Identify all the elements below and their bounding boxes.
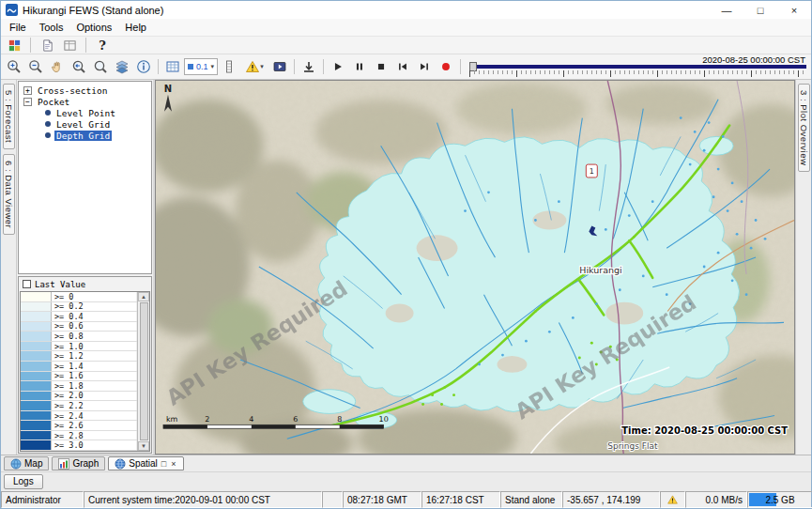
layers-button[interactable] — [112, 56, 132, 77]
pause-button[interactable] — [349, 56, 370, 77]
tab-map[interactable]: Map — [4, 456, 49, 470]
legend-rows: >= 0 >= 0.2 >= 0.4 >= 0.6 >= 0.8 >= 1.0 … — [21, 292, 137, 451]
legend-row[interactable]: >= 2.4 — [21, 411, 137, 422]
play-button[interactable] — [328, 56, 348, 77]
bottom-tab-bar: Map Graph Spatial □ × — [1, 455, 811, 471]
status-spacer — [322, 491, 343, 508]
legend-value: >= 1.2 — [52, 351, 137, 361]
tree-leaf-label[interactable]: Level Point — [54, 108, 117, 118]
time-slider[interactable]: 2020-08-25 00:00:00 CST — [469, 54, 808, 79]
legend-row[interactable]: >= 2.6 — [21, 421, 137, 431]
record-button[interactable] — [436, 56, 456, 77]
legend-swatch — [21, 312, 52, 321]
first-frame-button[interactable] — [392, 56, 413, 77]
toolbar-separator — [85, 38, 86, 53]
legend-row[interactable]: >= 2.8 — [21, 431, 137, 441]
logs-button[interactable]: Logs — [4, 474, 43, 489]
zoom-previous-button[interactable] — [69, 56, 89, 77]
legend-swatch — [21, 381, 52, 391]
legend-row[interactable]: >= 1.4 — [21, 362, 137, 372]
tab-plot-overview[interactable]: 3 : Plot Overview — [798, 84, 810, 172]
toolbar-separator — [323, 59, 324, 74]
time-slider-ruler — [469, 70, 806, 77]
thresholds-dropdown-button[interactable]: ▾ — [240, 56, 268, 77]
tab-data-viewer[interactable]: 6 : Data Viewer — [3, 154, 15, 235]
zoom-out-button[interactable] — [25, 56, 46, 77]
scale-legend-button[interactable] — [219, 56, 239, 77]
close-button[interactable]: × — [777, 1, 811, 19]
tree-leaf-level-point[interactable]: Level Point — [19, 107, 151, 118]
legend-row[interactable]: >= 1.2 — [21, 351, 137, 362]
legend-row[interactable]: >= 2.0 — [21, 392, 137, 402]
legend-row[interactable]: >= 0.8 — [21, 332, 137, 342]
scroll-up-icon[interactable]: ▲ — [138, 292, 149, 301]
table-icon[interactable] — [60, 37, 79, 54]
menu-bar: File Tools Options Help — [1, 19, 811, 36]
legend-row[interactable]: >= 1.6 — [21, 372, 137, 382]
pan-button[interactable] — [47, 56, 68, 77]
legend-swatch — [21, 392, 52, 401]
tree-node-label[interactable]: Pocket — [36, 97, 71, 107]
tree-leaf-level-grid[interactable]: Level Grid — [19, 118, 151, 130]
tree-node-label[interactable]: Cross-section — [36, 85, 109, 96]
legend-value: >= 0 — [52, 292, 137, 301]
contour-interval-combo[interactable]: 0.1 ▾ — [184, 58, 218, 75]
tab-spatial[interactable]: Spatial □ × — [108, 456, 183, 470]
layer-dot-icon — [45, 121, 51, 127]
animation-button[interactable] — [269, 56, 290, 77]
main-area: 5 : Forecast 6 : Data Viewer + Cross-sec… — [1, 80, 811, 455]
tree-node-pocket[interactable]: − Pocket — [19, 96, 151, 107]
legend-row[interactable]: >= 1.0 — [21, 342, 137, 352]
menu-options[interactable]: Options — [69, 21, 118, 34]
zoom-in-button[interactable] — [4, 56, 24, 77]
legend-row[interactable]: >= 0.4 — [21, 312, 137, 322]
scroll-down-icon[interactable]: ▼ — [138, 441, 149, 451]
menu-file[interactable]: File — [3, 21, 33, 34]
detach-tab-icon[interactable]: □ — [161, 459, 167, 469]
legend-row[interactable]: >= 3.0 — [21, 440, 137, 451]
export-animation-button[interactable] — [299, 56, 319, 77]
tree-leaf-label[interactable]: Level Grid — [54, 119, 112, 130]
legend-row[interactable]: >= 0.2 — [21, 302, 137, 313]
scale-tick: 4 — [249, 415, 253, 424]
legend-value: >= 2.8 — [52, 431, 137, 440]
maximize-button[interactable]: □ — [743, 1, 777, 19]
tab-forecast[interactable]: 5 : Forecast — [3, 84, 15, 149]
close-tab-icon[interactable]: × — [170, 459, 176, 469]
legend-swatch — [21, 401, 52, 410]
grid-display-button[interactable] — [162, 56, 183, 77]
status-warning[interactable] — [660, 491, 685, 508]
document-icon[interactable] — [38, 37, 56, 54]
status-bar: Administrator Current system time:2020-0… — [1, 491, 811, 508]
expand-icon[interactable]: + — [23, 86, 32, 95]
tab-graph[interactable]: Graph — [52, 456, 105, 470]
tree-leaf-label-selected[interactable]: Depth Grid — [54, 131, 112, 141]
legend-value: >= 1.0 — [52, 342, 137, 351]
menu-help[interactable]: Help — [118, 21, 153, 34]
minimize-button[interactable]: — — [710, 1, 743, 19]
tree-node-cross-section[interactable]: + Cross-section — [19, 85, 151, 96]
info-button[interactable] — [133, 56, 154, 77]
help-button[interactable]: ? — [93, 37, 112, 54]
title-bar[interactable]: Hikurangi FEWS (Stand alone) — □ × — [1, 1, 811, 19]
collapse-icon[interactable]: − — [23, 98, 32, 106]
toolbar-separator — [460, 59, 461, 74]
time-slider-track[interactable] — [469, 65, 806, 69]
scrollbar-thumb[interactable] — [140, 302, 148, 440]
tree-leaf-depth-grid[interactable]: Depth Grid — [19, 130, 151, 141]
menu-tools[interactable]: Tools — [33, 21, 70, 34]
map-view[interactable]: 1 Hikurangi Springs Flat API Key Require… — [155, 80, 795, 455]
status-memory[interactable]: 2.5 GB — [747, 491, 812, 508]
legend-row[interactable]: >= 0.6 — [21, 322, 137, 332]
stop-button[interactable] — [371, 56, 391, 77]
legend-row[interactable]: >= 1.8 — [21, 381, 137, 392]
zoom-extent-button[interactable] — [90, 56, 111, 77]
legend-row[interactable]: >= 2.2 — [21, 401, 137, 411]
database-icon[interactable] — [5, 37, 23, 54]
last-frame-button[interactable] — [414, 56, 435, 77]
legend-row[interactable]: >= 0 — [21, 292, 137, 302]
last-value-checkbox[interactable] — [23, 280, 31, 288]
legend-swatch — [21, 332, 52, 341]
map-canvas[interactable]: 1 Hikurangi Springs Flat API Key Require… — [156, 81, 794, 454]
legend-scrollbar[interactable]: ▲ ▼ — [137, 292, 149, 451]
